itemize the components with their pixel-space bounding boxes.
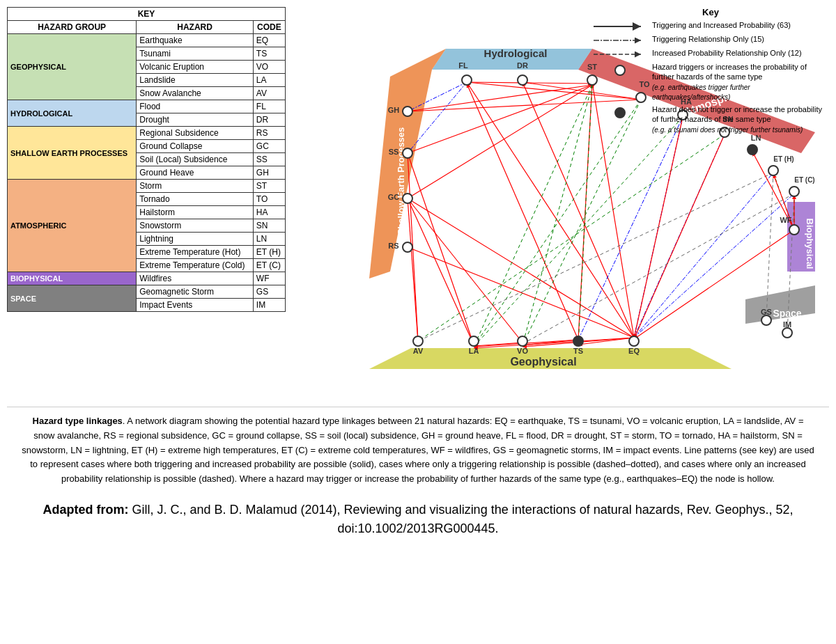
hazard-cell: Tornado xyxy=(137,193,254,206)
svg-text:Hydrological: Hydrological xyxy=(484,47,548,59)
code-cell: ET (C) xyxy=(253,259,285,272)
group-cell-space: SPACE xyxy=(8,285,137,312)
hazard-cell: Impact Events xyxy=(137,299,254,312)
key-text-dashed: Increased Probability Relationship Only … xyxy=(652,48,802,58)
svg-point-3 xyxy=(615,65,625,75)
citation-text: Gill, J. C., and B. D. Malamud (2014), R… xyxy=(128,503,793,535)
code-cell: GS xyxy=(253,285,285,299)
svg-line-31 xyxy=(408,153,474,345)
node-LA xyxy=(469,336,479,346)
svg-text:LA: LA xyxy=(469,347,479,355)
citation-adapted-label: Adapted from: xyxy=(42,503,128,517)
node-SS xyxy=(403,148,412,158)
node-DR xyxy=(518,75,527,85)
col-hazard-group-header: HAZARD GROUP xyxy=(8,21,137,34)
key-text-dashdot: Triggering Relationship Only (15) xyxy=(652,34,764,44)
node-LN xyxy=(748,145,757,155)
hazard-cell: Wildfires xyxy=(137,272,254,285)
svg-line-50 xyxy=(522,85,592,345)
key-item-solid: Triggering and Increased Probability (63… xyxy=(592,20,829,31)
code-cell: TS xyxy=(253,47,285,61)
hazard-cell: Regional Subsidence xyxy=(137,127,254,140)
hazard-cell: Flood xyxy=(137,100,254,113)
svg-text:DR: DR xyxy=(517,61,528,70)
node-VO xyxy=(518,336,527,346)
hazard-cell: Geomagnetic Storm xyxy=(137,285,254,299)
key-item-filled: Hazard does not trigger or increase the … xyxy=(592,104,829,134)
group-cell-atmospheric: ATMOSPHERIC xyxy=(8,180,137,272)
node-TS xyxy=(573,336,583,346)
code-cell: IM xyxy=(253,299,285,312)
key-item-dashdot: Triggering Relationship Only (15) xyxy=(592,34,829,45)
hazard-cell: Storm xyxy=(137,180,254,193)
svg-text:GC: GC xyxy=(388,193,400,201)
svg-text:ET (C): ET (C) xyxy=(794,176,814,184)
svg-line-38 xyxy=(408,85,592,111)
hazard-cell: Extreme Temperature (Hot) xyxy=(137,246,254,259)
description-text: . A network diagram showing the potentia… xyxy=(22,416,814,484)
svg-text:WF: WF xyxy=(780,216,791,224)
svg-line-54 xyxy=(474,117,683,347)
hazard-cell: Tsunami xyxy=(137,47,254,61)
node-WF xyxy=(789,225,799,235)
svg-text:FL: FL xyxy=(458,61,468,70)
code-cell: TO xyxy=(253,193,285,206)
svg-line-39 xyxy=(408,85,592,153)
svg-text:VO: VO xyxy=(517,347,528,355)
hazard-cell: Earthquake xyxy=(137,34,254,47)
col-hazard-header: HAZARD xyxy=(137,21,254,34)
svg-text:Space: Space xyxy=(773,308,801,319)
hazard-cell: Landslide xyxy=(137,74,254,87)
code-cell: EQ xyxy=(253,34,285,47)
key-line-solid xyxy=(592,22,648,31)
hazard-cell: Hailstorm xyxy=(137,206,254,219)
svg-text:EQ: EQ xyxy=(628,347,640,355)
svg-text:TS: TS xyxy=(573,347,583,355)
svg-line-30 xyxy=(408,198,522,343)
node-GH xyxy=(403,107,412,116)
hazard-cell: Drought xyxy=(137,113,254,127)
diagram-section: Key Triggeri xyxy=(286,7,829,400)
node-ETC xyxy=(789,187,799,196)
group-cell-geophysical: GEOPHYSICAL xyxy=(8,34,137,100)
code-cell: GH xyxy=(253,166,285,180)
code-cell: LA xyxy=(253,74,285,87)
key-line-dashed xyxy=(592,49,648,59)
svg-line-49 xyxy=(474,85,592,347)
code-cell: LN xyxy=(253,233,285,246)
hazard-cell: Ground Heave xyxy=(137,166,254,180)
table-section: KEY HAZARD GROUP HAZARD CODE GEOPHYSICAL… xyxy=(7,7,286,400)
key-section: Key Triggeri xyxy=(592,7,829,137)
svg-text:IM: IM xyxy=(783,320,791,329)
code-cell: SS xyxy=(253,153,285,166)
code-cell: ET (H) xyxy=(253,246,285,259)
svg-line-60 xyxy=(634,117,683,338)
code-cell: VO xyxy=(253,61,285,74)
key-text-filled: Hazard does not trigger or increase the … xyxy=(652,104,829,134)
code-cell: WF xyxy=(253,272,285,285)
hazard-cell: Lightning xyxy=(137,233,254,246)
node-IM xyxy=(782,328,792,338)
node-ETH xyxy=(768,166,778,175)
code-cell: ST xyxy=(253,180,285,193)
svg-text:Shallow Earth Processes: Shallow Earth Processes xyxy=(396,127,406,235)
key-item-dashed: Increased Probability Relationship Only … xyxy=(592,48,829,59)
node-GC xyxy=(403,194,412,203)
key-line-dashdot xyxy=(592,36,648,45)
code-cell: GC xyxy=(253,140,285,153)
citation-section: Adapted from: Gill, J. C., and B. D. Mal… xyxy=(7,494,829,545)
main-container: KEY HAZARD GROUP HAZARD CODE GEOPHYSICAL… xyxy=(0,0,836,552)
group-cell-hydrological: HYDROLOGICAL xyxy=(8,100,137,127)
code-cell: RS xyxy=(253,127,285,140)
svg-line-62 xyxy=(418,173,773,341)
svg-text:AV: AV xyxy=(413,347,424,355)
svg-line-40 xyxy=(408,85,592,198)
key-text-solid: Triggering and Increased Probability (63… xyxy=(652,20,791,30)
node-EQ xyxy=(629,336,639,346)
col-code-header: CODE xyxy=(253,21,285,34)
svg-line-34 xyxy=(408,198,418,341)
key-title: Key xyxy=(592,7,829,17)
code-cell: HA xyxy=(253,206,285,219)
hazard-cell: Volcanic Eruption xyxy=(137,61,254,74)
group-cell-biophysical: BIOPHYSICAL xyxy=(8,272,137,285)
